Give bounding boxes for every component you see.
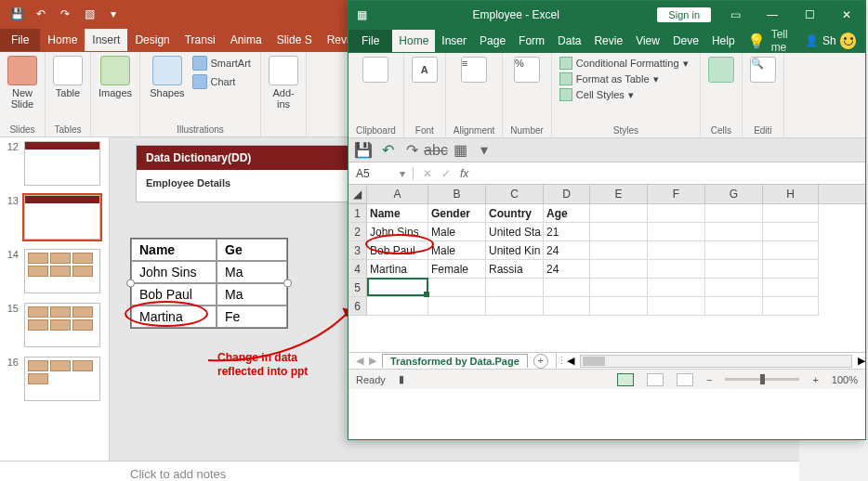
xl-zoom-in-icon[interactable]: +	[812, 374, 818, 385]
enter-formula-icon[interactable]: ✓	[441, 167, 451, 180]
smartart-button[interactable]: SmartArt	[192, 56, 251, 71]
xl-tab-view[interactable]: View	[629, 30, 666, 52]
number-icon[interactable]: %	[514, 57, 540, 83]
xl-tab-formulas[interactable]: Form	[512, 30, 551, 52]
xl-borders-icon[interactable]: ▦	[453, 143, 467, 158]
grid-cell[interactable]	[648, 297, 705, 316]
row-header[interactable]: 4	[349, 260, 367, 279]
col-header[interactable]: C	[486, 185, 544, 203]
grid-cell[interactable]	[648, 260, 705, 279]
row-header[interactable]: 6	[349, 297, 367, 316]
chart-button[interactable]: Chart	[192, 74, 251, 89]
hscroll-right-icon[interactable]: ▶	[858, 355, 865, 367]
row-header[interactable]: 3	[349, 241, 367, 260]
xl-zoom-value[interactable]: 100%	[832, 374, 858, 385]
col-header[interactable]: A	[367, 185, 428, 203]
format-as-table-button[interactable]: Format as Table ▾	[559, 72, 659, 85]
grid-cell[interactable]: Male	[428, 223, 486, 241]
xl-tab-home[interactable]: Home	[392, 30, 435, 52]
xl-tab-developer[interactable]: Deve	[666, 30, 705, 52]
share-button[interactable]: 👤 Sh	[805, 34, 840, 47]
col-header[interactable]: D	[544, 185, 590, 203]
close-icon[interactable]: ✕	[828, 1, 865, 29]
grid-cell[interactable]	[763, 204, 819, 223]
grid-cell[interactable]	[763, 279, 819, 297]
grid-cell[interactable]	[705, 279, 763, 297]
xl-tab-insert[interactable]: Inser	[435, 30, 473, 52]
tab-insert[interactable]: Insert	[85, 29, 127, 51]
grid-cell[interactable]	[763, 223, 819, 241]
xl-tab-help[interactable]: Help	[705, 30, 742, 52]
grid-cell[interactable]: Country	[486, 204, 544, 223]
grid-cell[interactable]	[544, 279, 590, 297]
grid-cell[interactable]: United Sta	[486, 223, 544, 241]
grid-cell[interactable]	[648, 241, 705, 260]
grid-cell[interactable]	[590, 297, 648, 316]
redo-icon[interactable]: ↷	[56, 5, 74, 23]
cell-styles-button[interactable]: Cell Styles ▾	[559, 88, 634, 101]
slide-title[interactable]: Data Dictionary(DD)	[137, 146, 349, 170]
xl-normal-view-icon[interactable]	[617, 373, 634, 386]
alignment-icon[interactable]: ≡	[461, 57, 487, 83]
grid-cell[interactable]: 24	[544, 241, 590, 260]
shapes-button[interactable]: Shapes	[150, 56, 184, 98]
name-box[interactable]: A5▾	[349, 167, 414, 180]
slide-thumb[interactable]	[24, 357, 100, 401]
grid-cell[interactable]	[648, 279, 705, 297]
grid-cell[interactable]	[705, 204, 763, 223]
ribbon-display-icon[interactable]: ▭	[717, 1, 754, 29]
grid-cell[interactable]	[428, 279, 486, 297]
minimize-icon[interactable]: —	[754, 1, 791, 29]
grid-cell[interactable]	[705, 297, 763, 316]
slide-subtitle[interactable]: Employee Details	[137, 170, 349, 202]
grid-cell[interactable]	[705, 241, 763, 260]
tell-me-box[interactable]: Tell me	[771, 28, 805, 54]
grid-cell[interactable]: United Kin	[486, 241, 544, 260]
grid-cell[interactable]: Gender	[428, 204, 486, 223]
xl-redo-icon[interactable]: ↷	[404, 143, 419, 158]
grid-cell[interactable]: Male	[428, 241, 486, 260]
xl-tab-page[interactable]: Page	[473, 30, 512, 52]
grid-cell[interactable]: Rassia	[486, 260, 544, 279]
slide-thumb[interactable]	[24, 249, 100, 293]
xl-save-icon[interactable]: 💾	[356, 143, 371, 158]
sheet-tab[interactable]: Transformed by Data.Page	[382, 354, 528, 368]
xl-strike-icon[interactable]: abc	[428, 143, 443, 158]
xl-zoom-slider[interactable]	[725, 378, 799, 381]
grid-cell[interactable]	[648, 204, 705, 223]
grid-cell[interactable]: Age	[544, 204, 590, 223]
grid-cell[interactable]	[763, 260, 819, 279]
cancel-formula-icon[interactable]: ✕	[423, 167, 432, 180]
xl-pagelayout-view-icon[interactable]	[647, 373, 664, 386]
xl-qat-more-icon[interactable]: ▾	[477, 143, 492, 158]
col-header[interactable]: H	[763, 185, 819, 203]
qat-more-icon[interactable]: ▾	[104, 5, 123, 23]
feedback-icon[interactable]	[840, 32, 856, 49]
tab-animations[interactable]: Anima	[223, 29, 270, 51]
grid-cell[interactable]	[648, 223, 705, 241]
grid-cell[interactable]: 24	[544, 260, 590, 279]
slide-thumb[interactable]	[24, 141, 100, 186]
slide-thumbnails-panel[interactable]: 12 13 14 15 16	[0, 137, 110, 461]
xl-file-tab[interactable]: File	[349, 30, 392, 52]
grid-cell[interactable]	[705, 223, 763, 241]
grid-cell[interactable]: Female	[428, 260, 486, 279]
notes-pane[interactable]: Click to add notes	[0, 461, 799, 481]
grid-cell[interactable]	[590, 241, 648, 260]
row-header[interactable]: 5	[349, 279, 367, 297]
macro-record-icon[interactable]: ▮	[399, 373, 404, 385]
col-header[interactable]: G	[705, 185, 763, 203]
grid-cell[interactable]: Name	[367, 204, 428, 223]
tab-slideshow[interactable]: Slide S	[270, 29, 320, 51]
conditional-formatting-button[interactable]: Conditional Formatting ▾	[559, 57, 689, 70]
grid-cell[interactable]	[590, 223, 648, 241]
grid-cell[interactable]	[763, 297, 819, 316]
col-header[interactable]: F	[648, 185, 705, 203]
grid-cell[interactable]	[590, 260, 648, 279]
save-icon[interactable]: 💾	[7, 5, 26, 23]
grid-cell[interactable]	[367, 279, 428, 297]
grid-cell[interactable]	[590, 279, 648, 297]
sign-in-button[interactable]: Sign in	[657, 7, 711, 22]
row-header[interactable]: 1	[349, 204, 367, 223]
start-from-beginning-icon[interactable]: ▧	[80, 5, 99, 23]
